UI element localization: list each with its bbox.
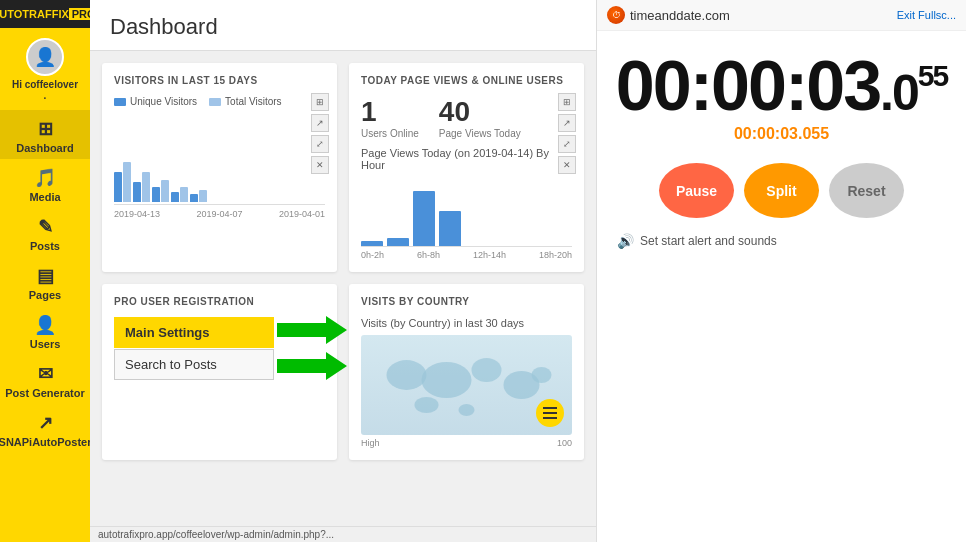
pageviews-title: TODAY PAGE VIEWS & ONLINE USERS bbox=[361, 75, 572, 86]
bar bbox=[199, 190, 207, 202]
page-views-stat: 40 Page Views Today bbox=[439, 96, 521, 139]
logo-part1: AUTOTRAFFIX bbox=[0, 8, 69, 20]
date-2: 2019-04-07 bbox=[196, 209, 242, 219]
sidebar-nav: ⊞ Dashboard 🎵 Media ✎ Posts ▤ Pages 👤 Us… bbox=[0, 110, 90, 542]
legend-total: Total Visitors bbox=[209, 96, 282, 107]
sidebar-item-media[interactable]: 🎵 Media bbox=[0, 159, 90, 208]
sidebar-item-posts[interactable]: ✎ Posts bbox=[0, 208, 90, 257]
date-3: 2019-04-01 bbox=[279, 209, 325, 219]
sidebar-label-posts: Posts bbox=[30, 240, 60, 252]
pv-action-4[interactable]: ✕ bbox=[558, 156, 576, 174]
pv-chart-actions: ⊞ ↗ ⤢ ✕ bbox=[558, 93, 576, 174]
bar bbox=[152, 187, 160, 202]
post-gen-icon: ✉ bbox=[38, 363, 53, 385]
pv-action-2[interactable]: ↗ bbox=[558, 114, 576, 132]
hour-bar-6 bbox=[387, 238, 409, 246]
timer-subtime: 00:00:03.055 bbox=[612, 125, 951, 143]
pv-action-1[interactable]: ⊞ bbox=[558, 93, 576, 111]
sidebar-item-users[interactable]: 👤 Users bbox=[0, 306, 90, 355]
status-url: autotrafixpro.app/coffeelover/wp-admin/a… bbox=[98, 529, 334, 540]
bar-group-1 bbox=[114, 162, 131, 202]
sidebar-label-snap: SNAPiAutoPoster bbox=[0, 436, 91, 448]
bar bbox=[180, 187, 188, 202]
timer-logo: ⏱ timeanddate.com bbox=[607, 6, 730, 24]
sidebar-item-dashboard[interactable]: ⊞ Dashboard bbox=[0, 110, 90, 159]
svg-point-2 bbox=[472, 358, 502, 382]
low-label: 100 bbox=[557, 438, 572, 448]
visits-card: VISITS BY COUNTRY Visits (by Country) in… bbox=[349, 284, 584, 460]
main-header: Dashboard bbox=[90, 0, 596, 51]
hour-labels: 0h-2h 6h-8h 12h-14h 18h-20h bbox=[361, 250, 572, 260]
chart-action-1[interactable]: ⊞ bbox=[311, 93, 329, 111]
pro-reg-title: PRO USER REGISTRATION bbox=[114, 296, 325, 307]
timer-logo-icon: ⏱ bbox=[607, 6, 625, 24]
timer-seconds: 03 bbox=[806, 47, 880, 125]
svg-point-4 bbox=[532, 367, 552, 383]
sidebar-user: 👤 Hi coffeelover · bbox=[0, 28, 90, 110]
svg-point-5 bbox=[415, 397, 439, 413]
media-icon: 🎵 bbox=[34, 167, 56, 189]
users-icon: 👤 bbox=[34, 314, 56, 336]
hamburger-line-1 bbox=[543, 407, 557, 409]
bar bbox=[114, 172, 122, 202]
chart-legend: Unique Visitors Total Visitors bbox=[114, 96, 325, 107]
sidebar-label-users: Users bbox=[30, 338, 61, 350]
bar bbox=[190, 194, 198, 202]
chart-bars bbox=[114, 162, 325, 202]
hour-bar-18 bbox=[439, 211, 461, 246]
snap-icon: ↗ bbox=[38, 412, 53, 434]
sidebar-item-post-generator[interactable]: ✉ Post Generator bbox=[0, 355, 90, 404]
timer-hours: 00 bbox=[616, 47, 690, 125]
exit-fullscreen-button[interactable]: Exit Fullsc... bbox=[897, 9, 956, 21]
chart-action-3[interactable]: ⤢ bbox=[311, 135, 329, 153]
total-label: Total Visitors bbox=[225, 96, 282, 107]
logo-text: AUTOTRAFFIXPRO bbox=[0, 8, 99, 20]
visitors-title: VISITORS IN LAST 15 DAYS bbox=[114, 75, 325, 86]
hamburger-line-2 bbox=[543, 412, 557, 414]
chart-dates: 2019-04-13 2019-04-07 2019-04-01 bbox=[114, 209, 325, 219]
chart-action-2[interactable]: ↗ bbox=[311, 114, 329, 132]
timer-alert[interactable]: 🔊 Set start alert and sounds bbox=[597, 233, 966, 249]
hour-bar-0 bbox=[361, 241, 383, 246]
arrow-2-icon bbox=[277, 352, 347, 380]
users-online-label: Users Online bbox=[361, 128, 419, 139]
sidebar-item-snap-autoposter[interactable]: ↗ SNAPiAutoPoster bbox=[0, 404, 90, 453]
speaker-icon: 🔊 bbox=[617, 233, 634, 249]
pv-action-3[interactable]: ⤢ bbox=[558, 135, 576, 153]
sidebar-label-pages: Pages bbox=[29, 289, 61, 301]
menu-item-search-posts[interactable]: Search to Posts bbox=[114, 349, 274, 380]
dropdown-menu: Main Settings Search to Posts bbox=[114, 317, 274, 380]
total-dot bbox=[209, 98, 221, 106]
reset-button[interactable]: Reset bbox=[829, 163, 904, 218]
alert-label: Set start alert and sounds bbox=[640, 234, 777, 248]
bar-group-2 bbox=[133, 172, 150, 202]
chart-action-4[interactable]: ✕ bbox=[311, 156, 329, 174]
hour-label-18: 18h-20h bbox=[539, 250, 572, 260]
page-title: Dashboard bbox=[110, 14, 576, 40]
visits-subtitle: Visits (by Country) in last 30 days bbox=[361, 317, 572, 329]
sidebar-label-media: Media bbox=[29, 191, 60, 203]
timer-ms: 55 bbox=[918, 59, 947, 92]
svg-point-1 bbox=[422, 362, 472, 398]
visitors-card: VISITORS IN LAST 15 DAYS Unique Visitors… bbox=[102, 63, 337, 272]
timer-header: ⏱ timeanddate.com Exit Fullsc... bbox=[597, 0, 966, 31]
page-views-label: Page Views Today bbox=[439, 128, 521, 139]
dashboard-icon: ⊞ bbox=[38, 118, 53, 140]
map-scale: High 100 bbox=[361, 438, 572, 448]
timer-minutes: 00 bbox=[711, 47, 785, 125]
hour-label-12: 12h-14h bbox=[473, 250, 506, 260]
timer-decimal: .0 bbox=[880, 65, 918, 121]
sidebar-item-pages[interactable]: ▤ Pages bbox=[0, 257, 90, 306]
bar bbox=[142, 172, 150, 202]
bar bbox=[123, 162, 131, 202]
sidebar-label-dashboard: Dashboard bbox=[16, 142, 73, 154]
hour-label-0: 0h-2h bbox=[361, 250, 384, 260]
legend-unique: Unique Visitors bbox=[114, 96, 197, 107]
bar bbox=[161, 180, 169, 202]
pro-reg-card: PRO USER REGISTRATION Main Settings Sear… bbox=[102, 284, 337, 460]
pause-button[interactable]: Pause bbox=[659, 163, 734, 218]
split-button[interactable]: Split bbox=[744, 163, 819, 218]
date-1: 2019-04-13 bbox=[114, 209, 160, 219]
hamburger-button[interactable] bbox=[536, 399, 564, 427]
menu-item-main-settings[interactable]: Main Settings bbox=[114, 317, 274, 348]
